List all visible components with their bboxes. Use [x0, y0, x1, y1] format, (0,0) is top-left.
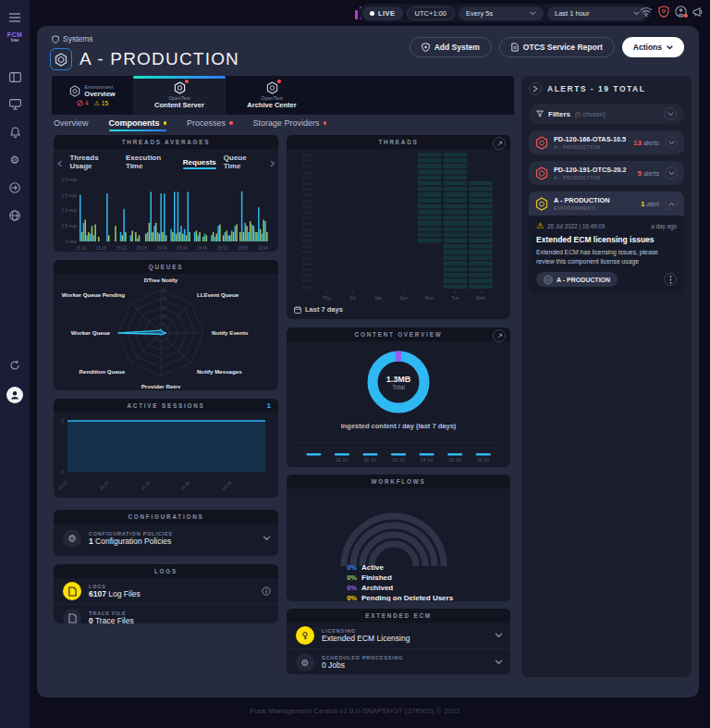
- svg-text:13:00: 13:00: [302, 210, 312, 215]
- collapse-alert-button[interactable]: [665, 197, 678, 210]
- security-shield-icon[interactable]: [658, 6, 669, 18]
- tab-queue-time[interactable]: Queue Time: [224, 154, 263, 173]
- sidebar-item-sessions[interactable]: [0, 176, 30, 200]
- tab-overview[interactable]: Overview: [54, 118, 89, 131]
- breadcrumb[interactable]: Systems: [52, 34, 93, 43]
- otcs-service-report-button[interactable]: OTCS Service Report: [499, 37, 615, 57]
- queues-radar-chart: 510152025DTree NotifyLLEvent QueueNotify…: [54, 274, 273, 389]
- alert-dot: [324, 121, 327, 125]
- alert-hexagon-icon-yellow: [535, 197, 548, 211]
- svg-text:15:58: 15:58: [238, 246, 249, 251]
- sidebar: FCM fuse ⚙: [0, 0, 30, 728]
- trace-files-row[interactable]: TRACE FILE 0 Trace Files: [54, 604, 278, 623]
- actions-button[interactable]: Actions: [622, 37, 684, 57]
- tab-execution-time[interactable]: Execution Time: [126, 154, 176, 173]
- log-files-row[interactable]: LOGS 6107 Log Files: [54, 578, 278, 604]
- expand-alert-button[interactable]: [665, 167, 678, 179]
- svg-text:22 Jul: 22 Jul: [364, 457, 376, 463]
- panel-title: THREADS AVERAGES: [54, 135, 278, 149]
- tab-components[interactable]: Components: [109, 118, 167, 131]
- alert-dot: [277, 80, 281, 83]
- alert-more-button[interactable]: [664, 273, 677, 286]
- svg-text:15: 15: [163, 306, 166, 310]
- svg-text:15:28: 15:28: [137, 246, 148, 251]
- sidebar-item-monitoring[interactable]: [0, 93, 30, 117]
- svg-text:23:00: 23:00: [302, 153, 312, 157]
- wifi-icon[interactable]: [640, 6, 653, 17]
- user-menu-button[interactable]: [0, 383, 30, 407]
- sidebar-item-network[interactable]: [0, 204, 30, 228]
- profile-status-button[interactable]: [675, 6, 687, 18]
- tab-opentext-archive-center[interactable]: OpenText Archive Center: [226, 76, 318, 115]
- expand-threads-button[interactable]: [493, 137, 506, 150]
- tab-processes[interactable]: Processes: [187, 118, 233, 131]
- user-avatar: [6, 387, 23, 403]
- svg-text:16:00: 16:00: [302, 192, 312, 197]
- bell-icon: [10, 127, 20, 138]
- announcement-icon[interactable]: [692, 6, 704, 18]
- chevron-down-icon: [667, 112, 674, 117]
- alert-system-tag[interactable]: A - PRODUCTION: [536, 272, 618, 287]
- tab-threads-usage[interactable]: Threads Usage: [69, 154, 117, 173]
- svg-text:22:00: 22:00: [302, 158, 312, 163]
- live-indicator[interactable]: LIVE: [362, 6, 403, 20]
- chevron-down-icon[interactable]: [263, 536, 271, 541]
- chevron-down-icon[interactable]: [495, 633, 503, 638]
- licensing-row[interactable]: LICENSING Extended ECM Licensing: [287, 623, 510, 648]
- expand-content-overview-button[interactable]: [493, 329, 506, 342]
- alert-detail-title: Extended ECM licensing issues: [536, 235, 677, 244]
- refresh-icon: [9, 360, 20, 371]
- svg-text:17:00: 17:00: [302, 187, 312, 191]
- system-type-badge: [50, 48, 72, 70]
- content-overview-panel: CONTENT OVERVIEW 1.3MB Total Ingested co…: [287, 327, 510, 467]
- alert-card-production[interactable]: A - PRODUCTION ENVIRONMENT 1 alert: [529, 191, 684, 216]
- active-sessions-panel: ACTIVE SESSIONS 1 1015:1015:2215:3415:46…: [54, 399, 278, 498]
- live-label: LIVE: [378, 9, 396, 18]
- time-range-select[interactable]: Last 1 hour: [547, 6, 647, 20]
- collapse-alerts-button[interactable]: [529, 82, 542, 95]
- extended-ecm-panel: EXTENDED ECM LICENSING Extended ECM Lice…: [287, 609, 510, 674]
- donut-total-value: 1.3MB: [386, 375, 411, 384]
- info-icon[interactable]: [262, 586, 271, 596]
- threads-heatmap-chart: 23:0022:0021:0020:0019:0018:0017:0016:00…: [287, 149, 505, 302]
- expand-icon: [496, 141, 503, 147]
- alerts-panel: ALERTS - 19 TOTAL Filters (0 chosen) PD-…: [521, 76, 692, 677]
- chevron-down-icon[interactable]: [495, 660, 503, 665]
- app-version-footer: Fuse Management Central v2.0.0-SNAPSHOT …: [0, 707, 710, 715]
- timezone-badge: UTC+1:00: [407, 6, 455, 20]
- menu-toggle-button[interactable]: [0, 6, 30, 30]
- configuration-policies-row[interactable]: ⚙ CONFIGURATION POLICIES 1 Configuration…: [54, 524, 278, 553]
- alerts-filters[interactable]: Filters (0 chosen): [529, 104, 684, 124]
- page-title: A - PRODUCTION: [80, 49, 239, 69]
- sidebar-item-settings[interactable]: ⚙: [0, 148, 30, 172]
- add-system-button[interactable]: Add System: [410, 37, 492, 57]
- threads-averages-tabs: Threads Usage Execution Time Requests Qu…: [54, 149, 278, 175]
- content-server-hexagon-icon: [174, 81, 186, 94]
- tab-opentext-content-server[interactable]: OpenText Content Server: [133, 76, 226, 115]
- scheduled-processing-row[interactable]: ⚙ SCHEDULED PROCESSING 0 Jobs: [287, 648, 510, 674]
- app-logo: FCM fuse: [0, 31, 30, 43]
- panel-title: EXTENDED ECM: [287, 609, 510, 623]
- chevron-left-icon[interactable]: [57, 160, 62, 167]
- sidebar-item-notifications[interactable]: [0, 120, 30, 144]
- svg-text:15:00: 15:00: [302, 199, 312, 204]
- alert-card-otcs[interactable]: PD-120-191-OTCS-20.2 A - PRODUCTION 5 al…: [529, 161, 684, 185]
- scheduled-processing-icon: ⚙: [296, 653, 314, 672]
- svg-text:05:00: 05:00: [302, 256, 312, 261]
- filters-expand-button[interactable]: [664, 107, 677, 120]
- svg-text:16:04: 16:04: [258, 246, 269, 251]
- licensing-icon: [296, 626, 314, 645]
- tab-storage-providers[interactable]: Storage Providers: [253, 118, 327, 131]
- sidebar-item-refresh[interactable]: [0, 353, 30, 377]
- chevron-right-icon[interactable]: [270, 160, 275, 167]
- alert-hexagon-icon-red: [535, 167, 548, 180]
- tab-requests[interactable]: Requests: [183, 158, 216, 169]
- expand-alert-button[interactable]: [665, 136, 678, 149]
- svg-text:0 reqs: 0 reqs: [65, 240, 77, 244]
- svg-text:15:46: 15:46: [197, 246, 208, 251]
- alert-card-otas[interactable]: PD-120-166-OTAS-10.5 A - PRODUCTION 13 a…: [529, 130, 684, 154]
- tab-environment-overview[interactable]: Environment Overview 4 ⚠ 15: [52, 76, 133, 115]
- refresh-interval-select[interactable]: Every 5s: [459, 6, 544, 20]
- sidebar-item-dashboard[interactable]: [0, 65, 30, 89]
- svg-text:15:22: 15:22: [99, 480, 110, 491]
